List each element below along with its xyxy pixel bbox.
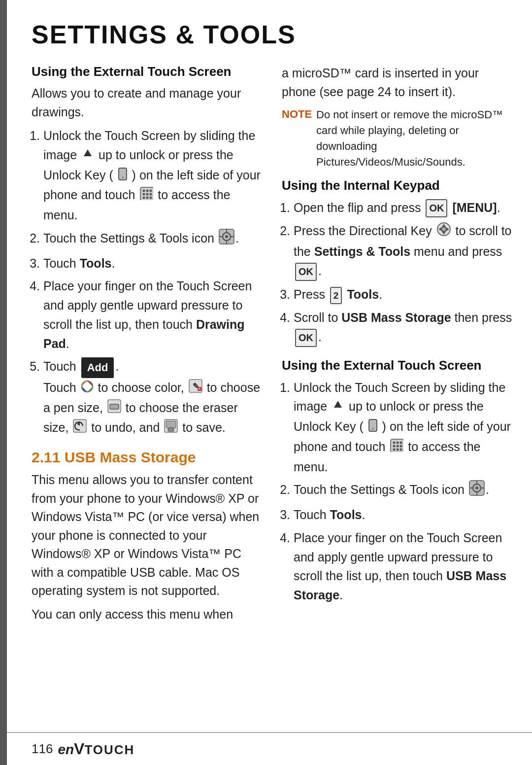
directional-key-icon [436, 222, 451, 242]
external2-steps-list: Unlock the Touch Screen by sliding the i… [294, 378, 512, 605]
footer-brand-v: V [74, 740, 84, 758]
note-label: NOTE [282, 107, 311, 170]
list-item: Touch Tools. [43, 254, 262, 273]
svg-point-51 [400, 448, 402, 451]
right-column: a microSD™ card is inserted in your phon… [282, 64, 512, 628]
svg-point-46 [393, 445, 396, 447]
svg-point-21 [86, 385, 89, 388]
footer-brand: en V TOUCH [58, 740, 134, 758]
svg-point-2 [122, 176, 124, 178]
svg-point-49 [393, 448, 396, 451]
list-item: Place your finger on the Touch Screen an… [43, 277, 262, 353]
save-icon [164, 419, 178, 438]
section2-heading: 2.11 USB Mass Storage [32, 449, 262, 466]
list-item: Touch the Settings & Tools icon [43, 229, 262, 250]
svg-rect-27 [110, 404, 119, 409]
svg-point-8 [146, 193, 149, 196]
unlock-arrow-icon [81, 146, 94, 166]
settings2-icon [469, 480, 485, 501]
svg-point-11 [146, 197, 149, 199]
list-item: Unlock the Touch Screen by sliding the i… [294, 378, 512, 477]
section2-para2: You can only access this menu when [32, 605, 262, 624]
list-item: Touch Tools. [294, 505, 512, 524]
svg-marker-0 [84, 149, 92, 156]
menu-grid-icon [139, 186, 153, 206]
list-item: Press the Directional Key to s [294, 221, 512, 280]
page-container: SETTINGS & TOOLS Using the External Touc… [0, 0, 532, 765]
left-bar [0, 0, 7, 765]
svg-point-47 [397, 445, 399, 447]
unlock-arrow2-icon [332, 398, 344, 417]
svg-text:×: × [198, 386, 200, 391]
note-text: Do not insert or remove the microSD™ car… [316, 107, 512, 170]
undo-icon [73, 419, 87, 438]
list-item: Touch Add. Touch [43, 357, 262, 438]
svg-point-50 [397, 448, 399, 451]
section1-steps-list: Unlock the Touch Screen by sliding the i… [43, 126, 262, 438]
svg-point-5 [146, 190, 149, 192]
footer-bar: 116 en V TOUCH [7, 732, 532, 765]
phone-side-icon [118, 167, 128, 186]
svg-point-48 [400, 445, 402, 447]
svg-point-9 [150, 193, 152, 196]
content: SETTINGS & TOOLS Using the External Touc… [7, 0, 532, 658]
note-block: NOTE Do not insert or remove the microSD… [282, 107, 512, 170]
svg-point-10 [143, 197, 145, 199]
eraser-icon [107, 399, 121, 418]
svg-point-4 [143, 190, 145, 192]
menu-grid2-icon [390, 438, 403, 457]
list-item: Press 2 Tools. [294, 285, 512, 304]
page-title: SETTINGS & TOOLS [32, 20, 512, 49]
list-item: Open the flip and press OK [MENU]. [294, 198, 512, 218]
footer-page-number: 116 [32, 741, 53, 757]
ok-icon3: OK [295, 329, 317, 347]
color-icon [81, 379, 94, 398]
right-top-para: a microSD™ card is inserted in your phon… [282, 64, 512, 101]
svg-point-12 [150, 197, 152, 199]
ok-icon2: OK [295, 263, 317, 281]
2-icon: 2 [330, 287, 342, 304]
svg-point-54 [475, 487, 478, 489]
svg-rect-32 [168, 428, 174, 431]
list-item: Unlock the Touch Screen by sliding the i… [43, 126, 262, 225]
add-button-icon: Add [81, 357, 114, 378]
svg-point-6 [150, 190, 152, 192]
svg-point-15 [225, 235, 228, 238]
section2-para1: This menu allows you to transfer content… [32, 471, 262, 600]
svg-point-41 [372, 428, 374, 430]
list-item: Scroll to USB Mass Storage then press OK… [294, 308, 512, 347]
pen-size-icon: ✎ × [189, 379, 202, 398]
phone-side2-icon [368, 418, 378, 437]
two-col-layout: Using the External Touch Screen Allows y… [32, 64, 512, 628]
svg-point-45 [400, 441, 402, 444]
svg-point-43 [393, 441, 396, 444]
internal-keypad-heading: Using the Internal Keypad [282, 178, 512, 193]
section1-heading: Using the External Touch Screen [32, 64, 262, 79]
section1-para1: Allows you to create and manage your dra… [32, 84, 262, 121]
internal-steps-list: Open the flip and press OK [MENU]. Press… [294, 198, 512, 347]
svg-marker-39 [334, 401, 342, 408]
footer-brand-touch: TOUCH [84, 742, 134, 758]
list-item: Place your finger on the Touch Screen an… [294, 528, 512, 605]
ok-icon: OK [426, 199, 447, 217]
footer-brand-en: en [58, 742, 74, 758]
svg-rect-31 [166, 421, 176, 428]
svg-point-7 [143, 193, 145, 196]
external2-heading: Using the External Touch Screen [282, 358, 512, 373]
settings-icon [219, 229, 234, 250]
list-item: Touch the Settings & Tools icon [294, 480, 512, 501]
left-column: Using the External Touch Screen Allows y… [32, 64, 262, 628]
svg-point-38 [442, 227, 446, 231]
svg-point-44 [397, 441, 399, 444]
